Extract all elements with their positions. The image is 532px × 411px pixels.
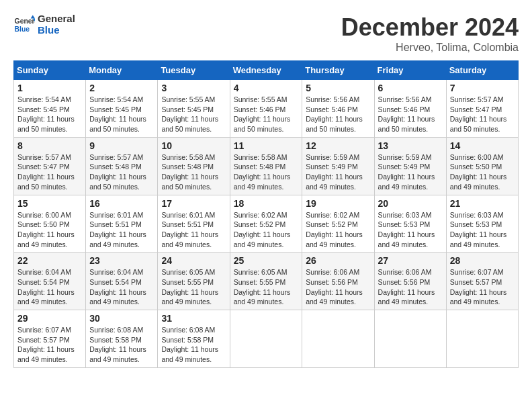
column-header-thursday: Thursday	[302, 61, 374, 80]
sunrise-label: Sunrise: 6:01 AM	[89, 211, 143, 219]
sunset-label: Sunset: 5:53 PM	[450, 220, 502, 228]
page-header: General Blue General Blue December 2024 …	[13, 13, 519, 54]
day-content: Sunrise: 6:07 AM Sunset: 5:57 PM Dayligh…	[450, 267, 515, 307]
day-number: 30	[89, 313, 154, 324]
location-subtitle: Herveo, Tolima, Colombia	[341, 42, 519, 54]
daylight-label: Daylight: 11 hours and 49 minutes.	[161, 230, 218, 248]
svg-text:Blue: Blue	[15, 25, 30, 32]
day-content: Sunrise: 6:08 AM Sunset: 5:58 PM Dayligh…	[89, 325, 154, 365]
sunset-label: Sunset: 5:46 PM	[234, 105, 286, 113]
calendar-cell	[230, 310, 302, 368]
daylight-label: Daylight: 11 hours and 50 minutes.	[89, 173, 146, 191]
day-number: 9	[89, 140, 154, 151]
calendar-cell: 23 Sunrise: 6:04 AM Sunset: 5:54 PM Dayl…	[86, 253, 158, 310]
calendar-cell: 27 Sunrise: 6:06 AM Sunset: 5:56 PM Dayl…	[374, 253, 446, 310]
day-number: 12	[306, 140, 370, 151]
calendar-week-row: 1 Sunrise: 5:54 AM Sunset: 5:45 PM Dayli…	[14, 80, 519, 138]
calendar-cell: 12 Sunrise: 5:59 AM Sunset: 5:49 PM Dayl…	[302, 137, 374, 195]
day-content: Sunrise: 5:56 AM Sunset: 5:46 PM Dayligh…	[378, 95, 443, 134]
day-content: Sunrise: 5:56 AM Sunset: 5:46 PM Dayligh…	[306, 95, 370, 134]
day-number: 7	[450, 83, 515, 93]
sunrise-label: Sunrise: 6:03 AM	[450, 211, 504, 219]
sunrise-label: Sunrise: 6:02 AM	[234, 211, 287, 219]
day-number: 1	[17, 83, 82, 93]
day-number: 24	[161, 255, 226, 266]
daylight-label: Daylight: 11 hours and 49 minutes.	[450, 173, 507, 191]
calendar-cell: 15 Sunrise: 6:00 AM Sunset: 5:50 PM Dayl…	[14, 195, 86, 253]
sunset-label: Sunset: 5:47 PM	[450, 105, 502, 113]
daylight-label: Daylight: 11 hours and 50 minutes.	[378, 115, 435, 133]
day-content: Sunrise: 6:00 AM Sunset: 5:50 PM Dayligh…	[450, 152, 515, 192]
day-content: Sunrise: 5:57 AM Sunset: 5:47 PM Dayligh…	[17, 152, 82, 192]
sunset-label: Sunset: 5:57 PM	[17, 336, 70, 344]
sunset-label: Sunset: 5:58 PM	[89, 336, 142, 344]
day-content: Sunrise: 6:05 AM Sunset: 5:55 PM Dayligh…	[234, 267, 299, 307]
daylight-label: Daylight: 11 hours and 50 minutes.	[306, 115, 363, 133]
daylight-label: Daylight: 11 hours and 49 minutes.	[306, 288, 363, 306]
calendar-cell: 14 Sunrise: 6:00 AM Sunset: 5:50 PM Dayl…	[446, 137, 518, 195]
sunset-label: Sunset: 5:53 PM	[378, 220, 431, 228]
sunrise-label: Sunrise: 5:59 AM	[378, 153, 432, 161]
calendar-cell: 24 Sunrise: 6:05 AM Sunset: 5:55 PM Dayl…	[158, 253, 230, 310]
daylight-label: Daylight: 11 hours and 49 minutes.	[306, 230, 363, 248]
day-number: 25	[234, 255, 299, 266]
day-content: Sunrise: 5:55 AM Sunset: 5:46 PM Dayligh…	[234, 95, 299, 134]
sunrise-label: Sunrise: 5:58 AM	[161, 153, 215, 161]
daylight-label: Daylight: 11 hours and 50 minutes.	[234, 115, 291, 133]
daylight-label: Daylight: 11 hours and 49 minutes.	[450, 230, 507, 248]
day-content: Sunrise: 6:04 AM Sunset: 5:54 PM Dayligh…	[17, 267, 82, 307]
column-header-friday: Friday	[374, 61, 446, 80]
day-content: Sunrise: 6:04 AM Sunset: 5:54 PM Dayligh…	[89, 267, 154, 307]
sunrise-label: Sunrise: 5:56 AM	[378, 95, 432, 103]
day-number: 27	[378, 255, 443, 266]
sunrise-label: Sunrise: 6:06 AM	[306, 268, 359, 276]
daylight-label: Daylight: 11 hours and 49 minutes.	[89, 288, 146, 306]
day-content: Sunrise: 6:01 AM Sunset: 5:51 PM Dayligh…	[161, 210, 226, 250]
calendar-cell: 17 Sunrise: 6:01 AM Sunset: 5:51 PM Dayl…	[158, 195, 230, 253]
sunrise-label: Sunrise: 5:54 AM	[89, 95, 143, 103]
daylight-label: Daylight: 11 hours and 49 minutes.	[306, 173, 363, 191]
sunset-label: Sunset: 5:55 PM	[234, 278, 286, 286]
calendar-header-row: SundayMondayTuesdayWednesdayThursdayFrid…	[14, 61, 519, 80]
sunset-label: Sunset: 5:48 PM	[234, 163, 286, 171]
day-content: Sunrise: 5:59 AM Sunset: 5:49 PM Dayligh…	[306, 152, 370, 192]
day-number: 15	[17, 198, 82, 209]
daylight-label: Daylight: 11 hours and 49 minutes.	[17, 345, 75, 363]
calendar-cell: 11 Sunrise: 5:58 AM Sunset: 5:48 PM Dayl…	[230, 137, 302, 195]
day-content: Sunrise: 6:08 AM Sunset: 5:58 PM Dayligh…	[161, 325, 226, 365]
day-number: 16	[89, 198, 154, 209]
calendar-cell: 18 Sunrise: 6:02 AM Sunset: 5:52 PM Dayl…	[230, 195, 302, 253]
column-header-sunday: Sunday	[14, 61, 86, 80]
day-number: 19	[306, 198, 370, 209]
calendar-cell: 10 Sunrise: 5:58 AM Sunset: 5:48 PM Dayl…	[158, 137, 230, 195]
sunset-label: Sunset: 5:47 PM	[17, 163, 70, 171]
day-number: 8	[17, 140, 82, 151]
day-number: 23	[89, 255, 154, 266]
sunset-label: Sunset: 5:51 PM	[89, 220, 142, 228]
day-content: Sunrise: 6:02 AM Sunset: 5:52 PM Dayligh…	[306, 210, 370, 250]
daylight-label: Daylight: 11 hours and 50 minutes.	[89, 115, 146, 133]
day-number: 10	[161, 140, 226, 151]
calendar-cell: 26 Sunrise: 6:06 AM Sunset: 5:56 PM Dayl…	[302, 253, 374, 310]
day-number: 5	[306, 83, 370, 93]
daylight-label: Daylight: 11 hours and 50 minutes.	[17, 173, 75, 191]
day-number: 3	[161, 83, 226, 93]
day-content: Sunrise: 6:03 AM Sunset: 5:53 PM Dayligh…	[378, 210, 443, 250]
day-content: Sunrise: 5:58 AM Sunset: 5:48 PM Dayligh…	[161, 152, 226, 192]
calendar-cell: 28 Sunrise: 6:07 AM Sunset: 5:57 PM Dayl…	[446, 253, 518, 310]
logo-line1: General	[38, 13, 75, 25]
sunset-label: Sunset: 5:45 PM	[17, 105, 70, 113]
daylight-label: Daylight: 11 hours and 49 minutes.	[161, 288, 218, 306]
day-content: Sunrise: 5:59 AM Sunset: 5:49 PM Dayligh…	[378, 152, 443, 192]
day-content: Sunrise: 5:57 AM Sunset: 5:47 PM Dayligh…	[450, 95, 515, 134]
sunset-label: Sunset: 5:49 PM	[378, 163, 431, 171]
day-number: 2	[89, 83, 154, 93]
sunrise-label: Sunrise: 6:08 AM	[161, 326, 215, 334]
title-block: December 2024 Herveo, Tolima, Colombia	[341, 13, 519, 54]
day-number: 14	[450, 140, 515, 151]
sunrise-label: Sunrise: 6:00 AM	[450, 153, 504, 161]
daylight-label: Daylight: 11 hours and 50 minutes.	[17, 115, 75, 133]
daylight-label: Daylight: 11 hours and 50 minutes.	[450, 115, 507, 133]
logo-icon: General Blue	[13, 14, 35, 36]
daylight-label: Daylight: 11 hours and 49 minutes.	[17, 288, 75, 306]
